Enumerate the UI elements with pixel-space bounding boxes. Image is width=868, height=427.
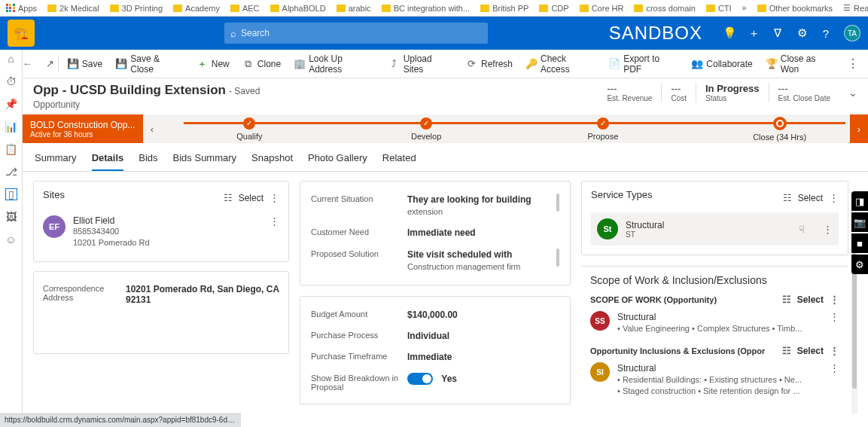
scope-item[interactable]: SI Structural• Residential Buildings: • … [590, 359, 839, 403]
bookmark-item[interactable]: CTI [706, 4, 732, 13]
save-close-button[interactable]: 💾Save & Close [110, 50, 190, 78]
more-icon[interactable]: ⋮ [270, 192, 279, 203]
doc-icon[interactable]: ▯ [5, 188, 17, 200]
tab-related[interactable]: Related [382, 148, 416, 171]
collaborate-button[interactable]: 👥Collaborate [686, 56, 758, 72]
user-avatar[interactable]: TA [844, 25, 860, 41]
tab-photo-gallery[interactable]: Photo Gallery [308, 148, 367, 171]
list-icon[interactable]: ☷ [782, 294, 791, 305]
more-icon[interactable]: ⋮ [830, 345, 839, 356]
bookmark-item[interactable]: Core HR [580, 4, 624, 13]
scope-item[interactable]: SS Structural• Value Engineering • Compl… [590, 308, 839, 340]
bookmark-item[interactable]: cross domain [634, 4, 695, 13]
toggle-on[interactable] [407, 373, 433, 385]
bookmark-item[interactable]: 3D Printing [110, 4, 163, 13]
image-icon[interactable]: 🖼 [5, 211, 17, 223]
stat-revenue[interactable]: ---Est. Revenue [598, 83, 661, 102]
select-link[interactable]: Select [797, 294, 824, 305]
check-access-button[interactable]: 🔑Check Access [520, 50, 602, 78]
more-icon[interactable]: ⋮ [823, 224, 833, 235]
bookmark-item[interactable]: 2k Medical [47, 4, 99, 13]
bookmark-item[interactable]: AEC [230, 4, 260, 13]
upload-sites-button[interactable]: ⤴Upload Sites [383, 50, 459, 78]
list-icon[interactable]: ☷ [783, 192, 792, 203]
branch-icon[interactable]: ⎇ [5, 166, 17, 178]
current-situation-value[interactable]: They are looking for buildingextension [407, 194, 550, 218]
search-input[interactable] [241, 28, 482, 38]
app-logo[interactable]: 🏗️ [8, 20, 35, 47]
list-icon[interactable]: ☷ [224, 192, 233, 203]
filter-icon[interactable]: ∇ [772, 27, 784, 39]
bpf-flag[interactable]: BOLD Construction Opp... Active for 36 h… [23, 114, 143, 143]
export-pdf-button[interactable]: 📄Export to PDF [603, 50, 684, 78]
clipboard-icon[interactable]: 📋 [5, 143, 17, 155]
customer-need-value[interactable]: Immediate need [407, 227, 559, 239]
pinned-icon[interactable]: 📌 [5, 98, 17, 110]
clone-button[interactable]: ⧉Clone [237, 56, 287, 72]
bookmarks-overflow[interactable]: » [742, 3, 747, 13]
select-link[interactable]: Select [798, 193, 823, 203]
reading-list[interactable]: ☰Reading list [843, 3, 868, 13]
back-icon[interactable]: ← [23, 59, 33, 69]
refresh-button[interactable]: ⟳Refresh [461, 56, 519, 72]
panel-camera-icon[interactable]: 📷 [851, 212, 868, 232]
proposed-solution-value[interactable]: Site visit scheduled withConstruction ma… [407, 249, 550, 273]
purchase-timeframe-value[interactable]: Immediate [407, 351, 559, 363]
panel-expand-icon[interactable]: ◨ [851, 191, 868, 211]
dashboard-icon[interactable]: 📊 [5, 120, 17, 133]
other-bookmarks[interactable]: Other bookmarks [757, 3, 833, 13]
open-new-icon[interactable]: ↗ [44, 59, 55, 69]
save-button[interactable]: 💾Save [62, 56, 108, 72]
correspondence-value[interactable]: 10201 Pomerado Rd, San Diego, CA 92131 [126, 284, 279, 305]
more-icon[interactable]: ⋮ [829, 192, 839, 203]
chevron-down-icon[interactable]: ⌄ [848, 87, 857, 99]
stat-status[interactable]: In ProgressStatus [696, 83, 769, 102]
new-button[interactable]: ＋New [191, 56, 236, 72]
bpf-stage-develop[interactable]: ✓Develop [338, 117, 515, 141]
bookmark-item[interactable]: AlphaBOLD [270, 4, 326, 13]
plus-icon[interactable]: ＋ [748, 27, 760, 39]
list-icon[interactable]: ☷ [782, 345, 791, 356]
site-row[interactable]: EF Elliot Field 8585343400 10201 Pomerad… [43, 212, 279, 252]
stat-cost[interactable]: ---Cost [661, 83, 696, 102]
bookmark-item[interactable]: arabic [337, 4, 371, 13]
tab-summary[interactable]: Summary [35, 148, 77, 171]
tab-details[interactable]: Details [92, 148, 124, 171]
purchase-process-value[interactable]: Individual [407, 330, 559, 342]
lightbulb-icon[interactable]: 💡 [723, 27, 736, 39]
select-link[interactable]: Select [239, 193, 263, 203]
bookmark-apps[interactable]: Apps [6, 4, 37, 13]
more-icon[interactable]: ⋮ [270, 215, 279, 249]
overflow-menu[interactable]: ⋮ [842, 53, 863, 74]
gear-icon[interactable]: ⚙ [796, 27, 808, 39]
scrollbar-track[interactable] [851, 253, 857, 413]
person-icon[interactable]: ☺ [5, 233, 17, 246]
scroll-indicator[interactable] [556, 194, 559, 212]
bookmark-item[interactable]: CDP [539, 4, 568, 13]
tab-snapshot[interactable]: Snapshot [251, 148, 293, 171]
scroll-indicator[interactable] [556, 249, 559, 267]
bookmark-item[interactable]: British PP [480, 4, 528, 13]
more-icon[interactable]: ⋮ [830, 311, 839, 334]
home-icon[interactable]: ⌂ [5, 53, 17, 65]
more-icon[interactable]: ⋮ [830, 362, 839, 397]
service-type-row[interactable]: St Structural ST ☟ ⋮ [591, 212, 839, 246]
panel-video-icon[interactable]: ■ [851, 233, 868, 253]
search-box[interactable]: ⌕ [224, 23, 488, 44]
bpf-stage-qualify[interactable]: ✓Qualify [161, 117, 338, 141]
recent-icon[interactable]: ⏱ [5, 75, 17, 87]
tab-bids[interactable]: Bids [139, 148, 157, 171]
bookmark-item[interactable]: BC integration with... [382, 4, 471, 13]
bpf-prev-button[interactable]: ‹ [143, 114, 161, 143]
close-as-won-button[interactable]: 🏆Close as Won [760, 50, 841, 78]
bpf-stage-propose[interactable]: ✓Propose [515, 117, 692, 141]
lookup-address-button[interactable]: 🏢Look Up Address [288, 50, 382, 78]
stat-close-date[interactable]: ---Est. Close Date [769, 83, 839, 102]
budget-amount-value[interactable]: $140,000.00 [407, 309, 559, 321]
more-icon[interactable]: ⋮ [830, 294, 839, 305]
select-link[interactable]: Select [797, 346, 824, 356]
bookmark-item[interactable]: Academy [173, 4, 220, 13]
help-icon[interactable]: ? [820, 27, 832, 39]
tab-bids-summary[interactable]: Bids Summary [173, 148, 237, 171]
bpf-stage-close[interactable]: Close (34 Hrs) [691, 117, 868, 142]
